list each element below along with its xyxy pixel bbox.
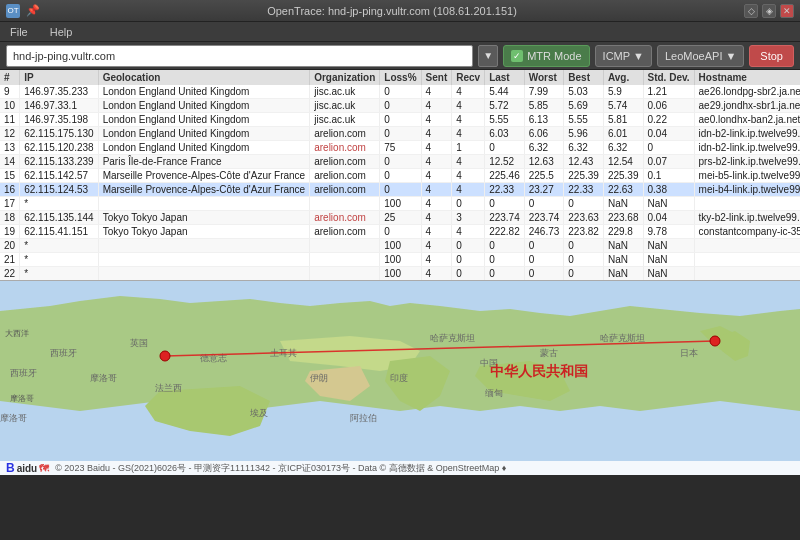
table-row[interactable]: 1262.115.175.130London England United Ki… — [0, 127, 800, 141]
api-dropdown-icon: ▼ — [725, 50, 736, 62]
table-cell-8-6: 0 — [452, 197, 485, 211]
table-cell-4-1: 62.115.120.238 — [20, 141, 99, 155]
svg-text:法兰西: 法兰西 — [155, 383, 182, 393]
table-cell-7-4: 0 — [380, 183, 421, 197]
col-header-ip: IP — [20, 70, 99, 85]
mtr-mode-toggle[interactable]: ✓ MTR Mode — [503, 45, 589, 67]
col-header-last: Last — [485, 70, 525, 85]
table-row[interactable]: 9146.97.35.233London England United King… — [0, 85, 800, 99]
table-cell-9-7: 223.74 — [485, 211, 525, 225]
mtr-check-icon: ✓ — [511, 50, 523, 62]
table-cell-6-12: mei-b5-link.ip.twelve99.net — [694, 169, 800, 183]
table-cell-10-9: 223.82 — [564, 225, 604, 239]
table-row[interactable]: 11146.97.35.198London England United Kin… — [0, 113, 800, 127]
table-cell-4-2: London England United Kingdom — [98, 141, 310, 155]
table-cell-4-7: 0 — [485, 141, 525, 155]
svg-text:摩洛哥: 摩洛哥 — [10, 394, 34, 403]
table-cell-7-10: 22.63 — [603, 183, 643, 197]
table-cell-2-8: 6.13 — [524, 113, 564, 127]
table-cell-9-5: 4 — [421, 211, 452, 225]
mtr-mode-label: MTR Mode — [527, 50, 581, 62]
pin-icon: 📌 — [26, 4, 40, 17]
table-cell-1-1: 146.97.33.1 — [20, 99, 99, 113]
table-row[interactable]: 1562.115.142.57Marseille Provence-Alpes-… — [0, 169, 800, 183]
table-cell-2-7: 5.55 — [485, 113, 525, 127]
table-row[interactable]: 1862.115.135.144Tokyo Tokyo Japanarelion… — [0, 211, 800, 225]
table-cell-7-11: 0.38 — [643, 183, 694, 197]
table-cell-13-6: 0 — [452, 267, 485, 281]
table-cell-6-2: Marseille Provence-Alpes-Côte d'Azur Fra… — [98, 169, 310, 183]
svg-text:蒙古: 蒙古 — [540, 348, 558, 358]
table-cell-8-0: 17 — [0, 197, 20, 211]
table-cell-6-4: 0 — [380, 169, 421, 183]
api-selector[interactable]: LeoMoeAPI ▼ — [657, 45, 744, 67]
table-row[interactable]: 1362.115.120.238London England United Ki… — [0, 141, 800, 155]
svg-text:日本: 日本 — [680, 348, 698, 358]
table-row[interactable]: 10146.97.33.1London England United Kingd… — [0, 99, 800, 113]
col-header-worst: Worst — [524, 70, 564, 85]
maximize-button[interactable]: ◈ — [762, 4, 776, 18]
table-cell-1-11: 0.06 — [643, 99, 694, 113]
col-header-geo: Geolocation — [98, 70, 310, 85]
table-row[interactable]: 1962.115.41.151Tokyo Tokyo Japanarelion.… — [0, 225, 800, 239]
table-cell-0-12: ae26.londpg-sbr2.ja.net — [694, 85, 800, 99]
table-cell-12-4: 100 — [380, 253, 421, 267]
svg-text:摩洛哥: 摩洛哥 — [0, 413, 27, 423]
table-cell-8-11: NaN — [643, 197, 694, 211]
col-header-hostname: Hostname — [694, 70, 800, 85]
table-cell-11-2 — [98, 239, 310, 253]
stop-button[interactable]: Stop — [749, 45, 794, 67]
menu-file[interactable]: File — [6, 26, 32, 38]
map-footer-text: © 2023 Baidu - GS(2021)6026号 - 甲测资字11111… — [55, 462, 506, 475]
table-body: 9146.97.35.233London England United King… — [0, 85, 800, 280]
table-row[interactable]: 17*10040000NaNNaN — [0, 197, 800, 211]
svg-text:印度: 印度 — [390, 373, 408, 383]
table-row[interactable]: 22*10040000NaNNaN — [0, 267, 800, 281]
col-header-num: # — [0, 70, 20, 85]
window-title: OpenTrace: hnd-jp-ping.vultr.com (108.61… — [40, 5, 744, 17]
menu-help[interactable]: Help — [46, 26, 77, 38]
table-cell-7-8: 23.27 — [524, 183, 564, 197]
table-cell-13-11: NaN — [643, 267, 694, 281]
table-cell-0-1: 146.97.35.233 — [20, 85, 99, 99]
title-bar: OT 📌 OpenTrace: hnd-jp-ping.vultr.com (1… — [0, 0, 800, 22]
table-cell-10-2: Tokyo Tokyo Japan — [98, 225, 310, 239]
table-cell-0-10: 5.9 — [603, 85, 643, 99]
table-cell-8-4: 100 — [380, 197, 421, 211]
table-cell-2-1: 146.97.35.198 — [20, 113, 99, 127]
table-cell-11-3 — [310, 239, 380, 253]
table-cell-6-0: 15 — [0, 169, 20, 183]
table-cell-9-8: 223.74 — [524, 211, 564, 225]
svg-text:大西洋: 大西洋 — [5, 329, 29, 338]
map-svg: 西班牙 英国 摩洛哥 法兰西 德意志 西班牙 土耳其 伊朗 阿拉伯 埃及 哈萨克… — [0, 281, 800, 475]
url-input[interactable] — [6, 45, 473, 67]
table-cell-9-12: tky-b2-link.ip.twelve99.net — [694, 211, 800, 225]
close-button[interactable]: ✕ — [780, 4, 794, 18]
table-cell-5-10: 12.54 — [603, 155, 643, 169]
table-cell-7-0: 16 — [0, 183, 20, 197]
table-cell-6-11: 0.1 — [643, 169, 694, 183]
table-row[interactable]: 20*10040000NaNNaN — [0, 239, 800, 253]
table-cell-9-4: 25 — [380, 211, 421, 225]
table-cell-3-0: 12 — [0, 127, 20, 141]
icmp-selector[interactable]: ICMP ▼ — [595, 45, 652, 67]
table-cell-7-9: 22.33 — [564, 183, 604, 197]
table-cell-2-12: ae0.londhx-ban2.ja.net — [694, 113, 800, 127]
minimize-button[interactable]: ◇ — [744, 4, 758, 18]
table-cell-0-8: 7.99 — [524, 85, 564, 99]
table-cell-3-8: 6.06 — [524, 127, 564, 141]
svg-text:中华人民共和国: 中华人民共和国 — [490, 363, 588, 379]
table-cell-5-6: 4 — [452, 155, 485, 169]
url-dropdown-button[interactable]: ▼ — [478, 45, 498, 67]
table-cell-12-10: NaN — [603, 253, 643, 267]
table-cell-8-9: 0 — [564, 197, 604, 211]
table-cell-1-0: 10 — [0, 99, 20, 113]
table-cell-13-2 — [98, 267, 310, 281]
table-row[interactable]: 1462.115.133.239Paris Île-de-France Fran… — [0, 155, 800, 169]
table-cell-11-0: 20 — [0, 239, 20, 253]
table-row[interactable]: 21*10040000NaNNaN — [0, 253, 800, 267]
svg-text:缅甸: 缅甸 — [485, 388, 503, 398]
col-header-best: Best — [564, 70, 604, 85]
table-row[interactable]: 1662.115.124.53Marseille Provence-Alpes-… — [0, 183, 800, 197]
table-cell-4-11: 0 — [643, 141, 694, 155]
